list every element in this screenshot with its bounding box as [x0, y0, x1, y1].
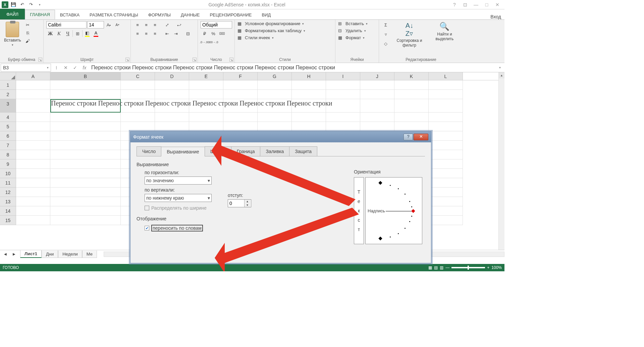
zoom-slider[interactable] — [451, 267, 485, 268]
col-header[interactable]: I — [326, 72, 360, 80]
cell[interactable] — [429, 188, 463, 197]
row-header[interactable]: 1 — [0, 80, 16, 90]
cell[interactable] — [429, 141, 463, 150]
align-left-icon[interactable]: ≡ — [133, 30, 142, 37]
minimize-icon[interactable]: — — [472, 2, 480, 7]
dialog-close-button[interactable]: ✕ — [414, 134, 428, 140]
fill-color-icon[interactable]: ◧ — [83, 30, 91, 37]
font-color-icon[interactable]: A — [92, 30, 100, 37]
cell[interactable] — [223, 122, 258, 131]
cell[interactable] — [16, 99, 50, 113]
cell[interactable] — [258, 113, 292, 122]
cell[interactable] — [50, 150, 121, 159]
insert-function-icon[interactable]: fx — [80, 65, 89, 70]
cell[interactable] — [121, 113, 155, 122]
cell[interactable] — [394, 122, 429, 131]
vertical-scrollbar[interactable]: ▲ — [498, 72, 504, 250]
zoom-in-icon[interactable]: + — [487, 265, 489, 270]
row-header[interactable]: 12 — [0, 188, 16, 197]
borders-icon[interactable]: ⊞ — [73, 30, 82, 37]
cell[interactable] — [258, 90, 292, 99]
cancel-formula-icon[interactable]: ✕ — [61, 65, 70, 70]
sheet-nav-next-icon[interactable]: ▶ — [10, 251, 18, 258]
orientation-icon[interactable]: ⤢ — [163, 21, 171, 28]
cell[interactable] — [429, 216, 463, 225]
cell[interactable] — [394, 99, 429, 113]
cell[interactable] — [223, 80, 258, 90]
cell[interactable] — [223, 113, 258, 122]
col-header[interactable]: C — [121, 72, 155, 80]
cell[interactable] — [429, 99, 463, 113]
cell[interactable] — [429, 90, 463, 99]
cell[interactable] — [429, 169, 463, 178]
cell[interactable] — [50, 131, 121, 141]
cell[interactable] — [394, 113, 429, 122]
cell[interactable] — [292, 113, 326, 122]
underline-button[interactable]: Ч — [64, 30, 72, 37]
row-header[interactable]: 8 — [0, 150, 16, 159]
sheet-tab[interactable]: Недели — [58, 251, 82, 258]
cell[interactable] — [155, 122, 189, 131]
cell[interactable] — [429, 197, 463, 206]
wrap-text-icon[interactable]: ⮐ — [175, 21, 183, 28]
cell[interactable] — [189, 113, 223, 122]
find-select-button[interactable]: 🔍 Найти и выделить — [429, 21, 460, 42]
restore-icon[interactable]: □ — [482, 2, 491, 7]
align-top-icon[interactable]: ≡ — [133, 21, 142, 28]
cell[interactable] — [16, 197, 50, 206]
cell[interactable] — [16, 159, 50, 169]
tab-view[interactable]: ВИД — [257, 10, 276, 19]
cell[interactable] — [429, 206, 463, 216]
dlg-tab-number[interactable]: Число — [137, 146, 161, 156]
col-header[interactable]: D — [155, 72, 189, 80]
cell[interactable] — [429, 122, 463, 131]
cell[interactable] — [16, 150, 50, 159]
fill-icon[interactable]: ▿ — [382, 30, 390, 38]
format-painter-icon[interactable]: 🖌 — [24, 37, 32, 45]
tab-page-layout[interactable]: РАЗМЕТКА СТРАНИЦЫ — [85, 10, 143, 19]
row-header[interactable]: 9 — [0, 159, 16, 169]
cell[interactable] — [429, 150, 463, 159]
grow-font-icon[interactable]: A▴ — [105, 21, 113, 28]
cell[interactable] — [360, 90, 394, 99]
tab-formulas[interactable]: ФОРМУЛЫ — [143, 10, 176, 19]
alignment-launcher-icon[interactable]: ↘ — [193, 58, 197, 62]
cell[interactable] — [16, 169, 50, 178]
cell[interactable] — [292, 90, 326, 99]
cell[interactable] — [16, 80, 50, 90]
formula-input[interactable]: Перенос строки Перенос строки Перенос ст… — [89, 65, 495, 71]
cell[interactable] — [50, 141, 121, 150]
cell[interactable] — [429, 131, 463, 141]
format-as-table-button[interactable]: ▦Форматировать как таблицу▾ — [237, 28, 305, 33]
cell[interactable] — [121, 122, 155, 131]
cell[interactable] — [50, 197, 121, 206]
cell[interactable] — [50, 178, 121, 188]
expand-formula-icon[interactable]: ▾ — [495, 66, 504, 69]
currency-icon[interactable]: ₽ — [201, 30, 209, 37]
number-launcher-icon[interactable]: ↘ — [229, 58, 233, 62]
cell[interactable] — [16, 122, 50, 131]
cell[interactable] — [360, 122, 394, 131]
cell[interactable] — [50, 169, 121, 178]
cell[interactable] — [326, 80, 360, 90]
cell[interactable] — [50, 90, 121, 99]
increase-indent-icon[interactable]: ⇥ — [172, 30, 180, 37]
cell-styles-button[interactable]: ▦Стили ячеек▾ — [237, 35, 274, 40]
number-format-select[interactable] — [201, 21, 232, 28]
row-header[interactable]: 10 — [0, 169, 16, 178]
italic-button[interactable]: К — [55, 30, 63, 37]
cell[interactable] — [16, 178, 50, 188]
align-right-icon[interactable]: ≡ — [151, 30, 159, 37]
cell[interactable] — [326, 122, 360, 131]
format-cells-button[interactable]: ▦Формат▾ — [338, 35, 365, 40]
cell[interactable] — [16, 90, 50, 99]
cut-icon[interactable]: ✂ — [24, 21, 32, 28]
conditional-formatting-button[interactable]: ▦Условное форматирование▾ — [237, 21, 304, 26]
percent-icon[interactable]: % — [209, 30, 217, 37]
cell[interactable] — [155, 80, 189, 90]
zoom-out-icon[interactable]: — — [445, 265, 449, 270]
cell[interactable] — [50, 206, 121, 216]
redo-icon[interactable]: ↷ — [27, 1, 35, 8]
col-header[interactable]: H — [292, 72, 326, 80]
paste-button[interactable]: Вставить ▾ — [3, 21, 22, 47]
